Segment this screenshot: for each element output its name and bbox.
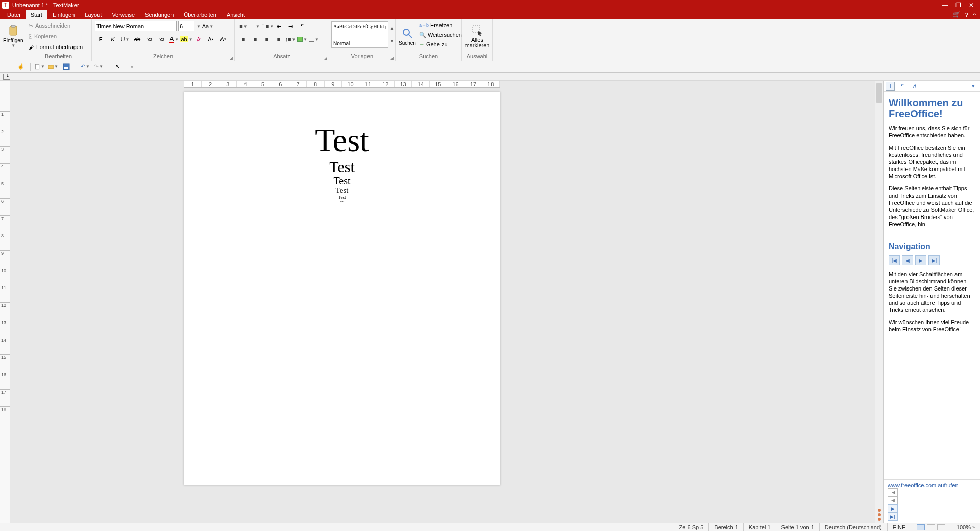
- font-size-combo[interactable]: [178, 21, 194, 31]
- qat-cursor-icon[interactable]: ↖: [112, 61, 123, 73]
- sidetab-dropdown[interactable]: ▾: [969, 82, 978, 91]
- document-line[interactable]: Test: [214, 195, 470, 200]
- grow-font-button[interactable]: A▴: [205, 34, 216, 45]
- document-line[interactable]: Test: [214, 186, 470, 195]
- underline-button[interactable]: U▼: [119, 34, 131, 45]
- vertical-ruler[interactable]: 123456789101112131415161718: [0, 81, 10, 523]
- strikethrough-button[interactable]: ab: [132, 34, 143, 45]
- view-normal-button[interactable]: [917, 524, 925, 530]
- tab-ansicht[interactable]: Ansicht: [222, 10, 250, 19]
- align-left-button[interactable]: ≡: [238, 34, 249, 45]
- vorlagen-launcher[interactable]: ◢: [390, 56, 394, 61]
- close-button[interactable]: ✕: [965, 2, 978, 9]
- status-seite[interactable]: Seite 1 von 1: [776, 523, 819, 531]
- status-language[interactable]: Deutsch (Deutschland): [819, 523, 887, 531]
- multilevel-button[interactable]: ⋮≡▼: [261, 20, 273, 32]
- minimize-button[interactable]: —: [938, 2, 951, 9]
- footer-nav-prev[interactable]: ◀: [888, 496, 898, 504]
- footer-nav-next[interactable]: ▶: [888, 504, 898, 513]
- tab-datei[interactable]: Datei: [2, 10, 26, 19]
- document-line[interactable]: Test: [214, 200, 470, 203]
- status-zoom[interactable]: 100% »: [951, 523, 980, 531]
- cart-icon[interactable]: 🛒: [953, 11, 960, 18]
- sidetab-paragraph[interactable]: ¶: [898, 82, 907, 91]
- tabstop-selector[interactable]: ┗: [3, 74, 10, 80]
- status-position[interactable]: Ze 6 Sp 5: [674, 523, 709, 531]
- bullets-button[interactable]: ≡▼: [238, 20, 249, 32]
- numbering-button[interactable]: ≣▼: [250, 20, 261, 32]
- tab-layout[interactable]: Layout: [80, 10, 107, 19]
- paste-button[interactable]: Einfügen ▼: [3, 20, 23, 52]
- tab-verweise[interactable]: Verweise: [107, 10, 140, 19]
- document-area[interactable]: 123456789101112131415161718 TestTestTest…: [10, 81, 875, 523]
- nav-next-button[interactable]: ▶: [915, 255, 926, 266]
- search-button[interactable]: Suchen: [399, 20, 416, 52]
- clear-format-button[interactable]: A̷: [193, 34, 204, 45]
- line-spacing-button[interactable]: ↕≡▼: [285, 34, 296, 45]
- document-line[interactable]: Test: [214, 123, 470, 158]
- qat-expand-icon[interactable]: »: [131, 64, 133, 69]
- bold-button[interactable]: F: [95, 34, 106, 45]
- qat-open-button[interactable]: ▼: [47, 61, 59, 73]
- view-outline-button[interactable]: [937, 524, 945, 530]
- align-right-button[interactable]: ≡: [261, 34, 273, 45]
- qat-new-button[interactable]: ▼: [34, 61, 45, 73]
- select-all-button[interactable]: Allesmarkieren: [465, 20, 489, 52]
- qat-undo-button[interactable]: ↶▼: [80, 61, 91, 73]
- goto-button[interactable]: →Gehe zu: [418, 40, 463, 49]
- find-next-button[interactable]: 🔍Weitersuchen: [418, 30, 463, 39]
- decrease-indent-button[interactable]: ⇤: [273, 20, 284, 32]
- status-kapitel[interactable]: Kapitel 1: [743, 523, 776, 531]
- nav-last-button[interactable]: ▶|: [928, 255, 940, 266]
- style-scroll-up[interactable]: ▲: [390, 26, 394, 31]
- nav-prev-button[interactable]: ◀: [902, 255, 913, 266]
- tab-einfuegen[interactable]: Einfügen: [47, 10, 80, 19]
- subscript-button[interactable]: x2: [144, 34, 155, 45]
- justify-button[interactable]: ≡: [273, 34, 284, 45]
- qat-touch-icon[interactable]: ☝: [15, 61, 27, 73]
- freeoffice-link[interactable]: www.freeoffice.com aufrufen: [888, 482, 959, 488]
- qat-redo-button[interactable]: ↷▼: [93, 61, 104, 73]
- scrollbar-thumb[interactable]: [876, 83, 882, 103]
- browse-object-buttons[interactable]: [875, 509, 883, 521]
- horizontal-ruler[interactable]: 123456789101112131415161718: [184, 81, 500, 88]
- style-gallery-item[interactable]: AaBbCcDdEeFfGgHhIiJj Normal ▲ ▼: [331, 21, 388, 48]
- copy-button[interactable]: ⎘Kopieren: [29, 31, 83, 41]
- qat-menu-icon[interactable]: ≡: [2, 61, 13, 73]
- collapse-ribbon-icon[interactable]: ^: [973, 12, 976, 18]
- align-center-button[interactable]: ≡: [250, 34, 261, 45]
- font-family-combo[interactable]: [95, 21, 177, 31]
- cut-button[interactable]: ✂Ausschneiden: [29, 20, 83, 31]
- tab-sendungen[interactable]: Sendungen: [140, 10, 179, 19]
- font-size-dropdown[interactable]: ▼: [197, 24, 201, 29]
- sidetab-info[interactable]: i: [886, 82, 895, 91]
- borders-button[interactable]: ▼: [308, 34, 320, 45]
- format-painter-button[interactable]: 🖌Format übertragen: [29, 42, 83, 52]
- italic-button[interactable]: K: [107, 34, 118, 45]
- help-icon[interactable]: ?: [965, 12, 968, 18]
- document-line[interactable]: Test: [214, 175, 470, 186]
- zeichen-launcher[interactable]: ◢: [229, 56, 233, 61]
- shrink-font-button[interactable]: A▾: [217, 34, 229, 45]
- document-line[interactable]: Test: [214, 158, 470, 175]
- maximize-button[interactable]: ❐: [951, 2, 965, 9]
- show-marks-button[interactable]: ¶: [297, 20, 308, 32]
- footer-nav-last[interactable]: ▶|: [888, 513, 898, 521]
- font-color-button[interactable]: A▼: [168, 34, 180, 45]
- sidetab-character[interactable]: A: [910, 82, 919, 91]
- view-master-button[interactable]: [927, 524, 935, 530]
- tab-start[interactable]: Start: [26, 10, 47, 19]
- replace-button[interactable]: a→bErsetzen: [418, 20, 463, 30]
- status-insert-mode[interactable]: EINF: [887, 523, 911, 531]
- superscript-button[interactable]: x2: [156, 34, 167, 45]
- qat-save-button[interactable]: [61, 61, 72, 73]
- absatz-launcher[interactable]: ◢: [324, 56, 327, 61]
- highlight-button[interactable]: ab▼: [181, 34, 192, 45]
- nav-first-button[interactable]: |◀: [889, 255, 900, 266]
- page[interactable]: TestTestTestTestTestTest: [184, 92, 500, 485]
- change-case-button[interactable]: Aa▼: [202, 20, 213, 32]
- increase-indent-button[interactable]: ⇥: [285, 20, 296, 32]
- tab-ueberarbeiten[interactable]: Überarbeiten: [179, 10, 222, 19]
- footer-nav-first[interactable]: |◀: [888, 488, 898, 496]
- shading-button[interactable]: ▼: [297, 34, 308, 45]
